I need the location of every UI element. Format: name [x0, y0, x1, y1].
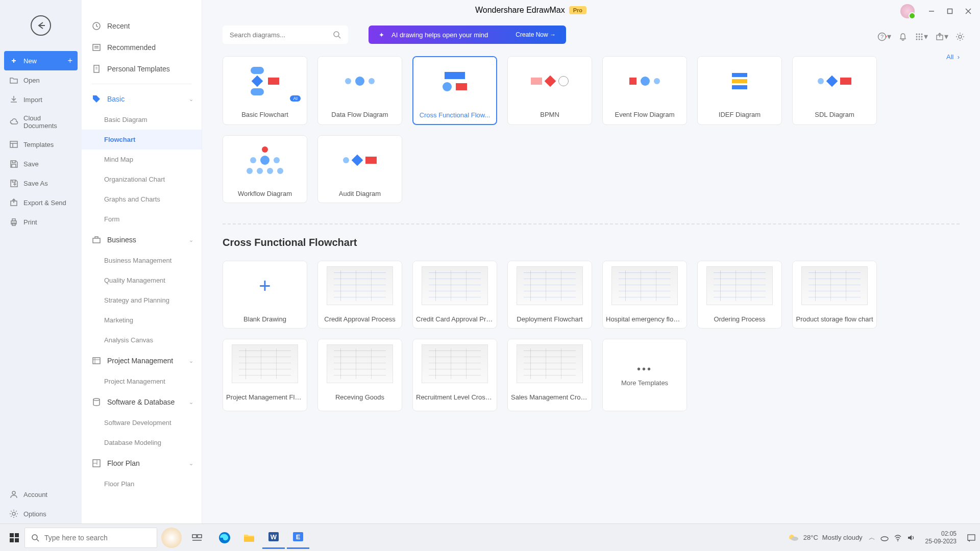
template-thumbnail	[327, 266, 393, 305]
template-receving-goods[interactable]: Receving Goods	[317, 339, 402, 411]
word-icon[interactable]: W	[262, 527, 285, 549]
nav-item-recommended[interactable]: Recommended	[82, 37, 202, 58]
taskbar-search-input[interactable]	[44, 534, 151, 542]
plus-icon[interactable]: +	[68, 56, 72, 65]
sidebar-item-print[interactable]: Print	[0, 212, 82, 232]
sidebar-item-account[interactable]: Account	[0, 485, 82, 504]
diagram-type-basic-flowchart[interactable]: AIBasic Flowchart	[223, 56, 307, 125]
template-thumb	[223, 339, 307, 388]
template-blank-drawing[interactable]: +Blank Drawing	[223, 261, 307, 329]
share-icon[interactable]: ▾	[935, 32, 948, 41]
sidebar-item-save[interactable]: Save	[0, 154, 82, 173]
bell-icon[interactable]	[898, 32, 908, 41]
diagram-type-bpmn[interactable]: BPMN	[507, 56, 592, 125]
gear-icon[interactable]	[955, 32, 965, 41]
nav-sub-mind-map[interactable]: Mind Map	[82, 149, 202, 169]
apps-icon[interactable]: ▾	[915, 32, 928, 41]
sidebar-item-templates[interactable]: Templates	[0, 135, 82, 154]
template-label: Deployment Flowchart	[508, 310, 592, 328]
diagram-type-workflow-diagram[interactable]: Workflow Diagram	[223, 135, 307, 203]
template-label: Workflow Diagram	[223, 185, 307, 203]
template-project-management-flow-[interactable]: Project Management Flow...	[223, 339, 307, 411]
explorer-icon[interactable]	[238, 527, 260, 549]
all-link[interactable]: All ›	[946, 53, 960, 61]
svg-rect-23	[93, 358, 100, 364]
import-icon	[9, 95, 18, 104]
template-credit-approval-process[interactable]: Credit Approval Process	[317, 261, 402, 329]
sidebar-item-new[interactable]: New+	[4, 51, 78, 70]
onedrive-icon[interactable]	[880, 534, 889, 542]
nav-sub-form[interactable]: Form	[82, 209, 202, 229]
export-icon	[9, 198, 18, 207]
search-input[interactable]	[230, 31, 333, 39]
nav-group-project-management[interactable]: Project Management⌄	[82, 350, 202, 371]
task-view-icon[interactable]	[186, 527, 208, 549]
search-box[interactable]	[223, 26, 348, 44]
notifications-icon[interactable]	[967, 533, 976, 542]
clock[interactable]: 02:05 25-09-2023	[925, 530, 957, 545]
nav-sub-organizational-chart[interactable]: Organizational Chart	[82, 169, 202, 189]
sidebar-item-open[interactable]: Open	[0, 70, 82, 90]
back-button[interactable]	[31, 15, 51, 36]
nav-sub-business-management[interactable]: Business Management	[82, 251, 202, 270]
ai-banner[interactable]: ✦ AI drawing helps open your mind Create…	[369, 26, 566, 44]
template-ordering-process[interactable]: Ordering Process	[697, 261, 782, 329]
nav-group-business[interactable]: Business⌄	[82, 229, 202, 251]
template-product-storage-flow-chart[interactable]: Product storage flow chart	[792, 261, 877, 329]
nav-group-software-database[interactable]: Software & Database⌄	[82, 391, 202, 413]
tag-icon	[92, 94, 101, 104]
template-credit-card-approval-proc-[interactable]: Credit Card Approval Proc...	[412, 261, 497, 329]
diagram-type-data-flow-diagram[interactable]: Data Flow Diagram	[317, 56, 402, 125]
nav-group-basic[interactable]: Basic⌄	[82, 88, 202, 110]
nav-item-personal-templates[interactable]: Personal Templates	[82, 58, 202, 80]
sidebar-item-cloud-documents[interactable]: Cloud Documents	[0, 109, 82, 135]
sidebar-item-export-send[interactable]: Export & Send	[0, 193, 82, 212]
folder-open-icon	[9, 76, 18, 85]
nav-sub-database-modeling[interactable]: Database Modeling	[82, 433, 202, 453]
nav-sub-strategy-and-planning[interactable]: Strategy and Planning	[82, 290, 202, 310]
templates-icon	[9, 140, 18, 149]
template-recruitment-level-cross-f-[interactable]: Recruitment Level Cross F...	[412, 339, 497, 411]
nav-sub-basic-diagram[interactable]: Basic Diagram	[82, 110, 202, 130]
diagram-type-cross-functional-flow-[interactable]: Cross Functional Flow...	[412, 56, 497, 125]
nav-sub-floor-plan[interactable]: Floor Plan	[82, 474, 202, 494]
sidebar-item-options[interactable]: Options	[0, 504, 82, 523]
nav-sub-flowchart[interactable]: Flowchart	[82, 130, 202, 149]
help-icon[interactable]: ?• ▾	[877, 32, 891, 41]
template-label: Hospital emergency flow c...	[603, 310, 687, 328]
nav-sub-quality-management[interactable]: Quality Management	[82, 270, 202, 290]
nav-sub-graphs-and-charts[interactable]: Graphs and Charts	[82, 189, 202, 209]
edrawmax-icon[interactable]: E	[287, 527, 309, 549]
wifi-icon[interactable]	[894, 534, 902, 542]
start-button[interactable]	[4, 528, 24, 548]
nav-sub-marketing[interactable]: Marketing	[82, 310, 202, 330]
nav-item-recent[interactable]: Recent	[82, 15, 202, 37]
diagram-type-event-flow-diagram[interactable]: Event Flow Diagram	[602, 56, 687, 125]
print-icon	[9, 217, 18, 227]
template-thumbnail	[517, 266, 583, 305]
tray-chevron-icon[interactable]: ︿	[869, 533, 875, 542]
weather[interactable]: 28°C Mostly cloudy	[787, 532, 863, 544]
floorplan-icon	[92, 459, 101, 468]
template-sales-management-crossf-[interactable]: Sales Management Crossf...	[507, 339, 592, 411]
template-thumbnail	[801, 266, 868, 305]
nav-sub-software-development[interactable]: Software Development	[82, 413, 202, 433]
nav-sub-project-management[interactable]: Project Management	[82, 371, 202, 391]
edge-icon[interactable]	[213, 527, 236, 549]
cortana-icon[interactable]	[161, 528, 182, 548]
template-hospital-emergency-flow-c-[interactable]: Hospital emergency flow c...	[602, 261, 687, 329]
nav-sub-label: Software Development	[104, 419, 172, 427]
template-more-templates[interactable]: •••More Templates	[602, 339, 687, 411]
sidebar-item-save-as[interactable]: Save As	[0, 173, 82, 193]
nav-sub-analysis-canvas[interactable]: Analysis Canvas	[82, 330, 202, 350]
diagram-type-sdl-diagram[interactable]: SDL Diagram	[792, 56, 877, 125]
svg-rect-55	[244, 537, 254, 542]
template-deployment-flowchart[interactable]: Deployment Flowchart	[507, 261, 592, 329]
nav-group-floor-plan[interactable]: Floor Plan⌄	[82, 453, 202, 474]
taskbar-search[interactable]	[24, 528, 157, 548]
diagram-type-audit-diagram[interactable]: Audit Diagram	[317, 135, 402, 203]
volume-icon[interactable]	[907, 534, 915, 542]
template-thumb	[603, 57, 687, 106]
sidebar-item-import[interactable]: Import	[0, 90, 82, 109]
diagram-type-idef-diagram[interactable]: IDEF Diagram	[697, 56, 782, 125]
